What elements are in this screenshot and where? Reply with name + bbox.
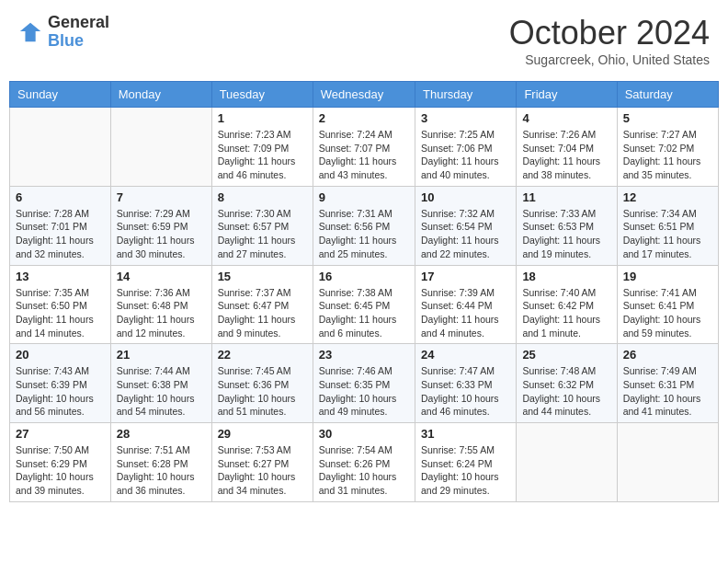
- calendar-cell: 5Sunrise: 7:27 AM Sunset: 7:02 PM Daylig…: [617, 108, 718, 187]
- day-number: 25: [522, 348, 610, 362]
- day-detail: Sunrise: 7:40 AM Sunset: 6:42 PM Dayligh…: [522, 286, 610, 340]
- calendar-cell: 9Sunrise: 7:31 AM Sunset: 6:56 PM Daylig…: [313, 186, 415, 265]
- day-number: 24: [421, 348, 510, 362]
- day-number: 21: [117, 348, 206, 362]
- calendar-cell: 27Sunrise: 7:50 AM Sunset: 6:29 PM Dayli…: [10, 423, 111, 502]
- day-detail: Sunrise: 7:29 AM Sunset: 6:59 PM Dayligh…: [117, 207, 206, 261]
- calendar-cell: 23Sunrise: 7:46 AM Sunset: 6:35 PM Dayli…: [313, 344, 415, 423]
- day-number: 19: [623, 270, 712, 283]
- day-detail: Sunrise: 7:47 AM Sunset: 6:33 PM Dayligh…: [421, 364, 510, 419]
- day-detail: Sunrise: 7:30 AM Sunset: 6:57 PM Dayligh…: [218, 207, 307, 261]
- calendar-cell: [517, 423, 617, 502]
- logo: General Blue: [18, 14, 109, 51]
- calendar-cell: 12Sunrise: 7:34 AM Sunset: 6:51 PM Dayli…: [617, 186, 718, 265]
- day-detail: Sunrise: 7:46 AM Sunset: 6:35 PM Dayligh…: [319, 364, 409, 419]
- calendar: SundayMondayTuesdayWednesdayThursdayFrid…: [9, 81, 719, 502]
- column-header-sunday: Sunday: [10, 82, 111, 108]
- calendar-cell: 10Sunrise: 7:32 AM Sunset: 6:54 PM Dayli…: [415, 186, 516, 265]
- calendar-week-1: 1Sunrise: 7:23 AM Sunset: 7:09 PM Daylig…: [10, 108, 719, 187]
- calendar-cell: 24Sunrise: 7:47 AM Sunset: 6:33 PM Dayli…: [415, 344, 516, 423]
- column-header-wednesday: Wednesday: [313, 82, 415, 108]
- logo-general: General: [48, 13, 109, 31]
- day-detail: Sunrise: 7:45 AM Sunset: 6:36 PM Dayligh…: [218, 364, 307, 419]
- calendar-cell: 8Sunrise: 7:30 AM Sunset: 6:57 PM Daylig…: [211, 186, 313, 265]
- day-number: 20: [16, 348, 105, 362]
- day-detail: Sunrise: 7:48 AM Sunset: 6:32 PM Dayligh…: [522, 364, 610, 419]
- column-header-saturday: Saturday: [617, 82, 718, 108]
- day-number: 7: [117, 190, 206, 204]
- column-header-friday: Friday: [517, 82, 617, 108]
- day-detail: Sunrise: 7:41 AM Sunset: 6:41 PM Dayligh…: [623, 286, 712, 340]
- day-detail: Sunrise: 7:31 AM Sunset: 6:56 PM Dayligh…: [319, 207, 409, 261]
- day-detail: Sunrise: 7:43 AM Sunset: 6:39 PM Dayligh…: [16, 364, 105, 419]
- calendar-cell: 31Sunrise: 7:55 AM Sunset: 6:24 PM Dayli…: [415, 423, 516, 502]
- day-number: 27: [16, 427, 105, 441]
- calendar-cell: 30Sunrise: 7:54 AM Sunset: 6:26 PM Dayli…: [313, 423, 415, 502]
- day-detail: Sunrise: 7:44 AM Sunset: 6:38 PM Dayligh…: [117, 364, 206, 419]
- day-number: 23: [319, 348, 409, 362]
- day-detail: Sunrise: 7:51 AM Sunset: 6:28 PM Dayligh…: [117, 443, 206, 498]
- day-number: 30: [319, 427, 409, 441]
- day-number: 8: [218, 190, 307, 204]
- calendar-cell: 2Sunrise: 7:24 AM Sunset: 7:07 PM Daylig…: [313, 108, 415, 187]
- day-number: 15: [218, 270, 307, 283]
- calendar-cell: 6Sunrise: 7:28 AM Sunset: 7:01 PM Daylig…: [10, 186, 111, 265]
- calendar-cell: 28Sunrise: 7:51 AM Sunset: 6:28 PM Dayli…: [110, 423, 211, 502]
- day-detail: Sunrise: 7:28 AM Sunset: 7:01 PM Dayligh…: [16, 207, 105, 261]
- day-number: 4: [522, 111, 610, 125]
- calendar-cell: 7Sunrise: 7:29 AM Sunset: 6:59 PM Daylig…: [110, 186, 211, 265]
- column-header-tuesday: Tuesday: [211, 82, 313, 108]
- calendar-week-5: 27Sunrise: 7:50 AM Sunset: 6:29 PM Dayli…: [10, 423, 719, 502]
- day-detail: Sunrise: 7:50 AM Sunset: 6:29 PM Dayligh…: [16, 443, 105, 498]
- day-number: 2: [319, 111, 409, 125]
- day-detail: Sunrise: 7:26 AM Sunset: 7:04 PM Dayligh…: [522, 128, 610, 182]
- day-number: 28: [117, 427, 206, 441]
- day-detail: Sunrise: 7:39 AM Sunset: 6:44 PM Dayligh…: [421, 286, 510, 340]
- day-number: 9: [319, 190, 409, 204]
- day-number: 5: [623, 111, 712, 125]
- calendar-cell: 1Sunrise: 7:23 AM Sunset: 7:09 PM Daylig…: [211, 108, 313, 187]
- calendar-cell: 17Sunrise: 7:39 AM Sunset: 6:44 PM Dayli…: [415, 265, 516, 344]
- calendar-cell: [110, 108, 211, 187]
- day-number: 1: [218, 111, 307, 125]
- day-detail: Sunrise: 7:38 AM Sunset: 6:45 PM Dayligh…: [319, 286, 409, 340]
- day-number: 31: [421, 427, 510, 441]
- calendar-cell: 29Sunrise: 7:53 AM Sunset: 6:27 PM Dayli…: [211, 423, 313, 502]
- month-title: October 2024: [509, 14, 710, 52]
- day-detail: Sunrise: 7:55 AM Sunset: 6:24 PM Dayligh…: [421, 443, 510, 498]
- calendar-cell: [617, 423, 718, 502]
- calendar-week-2: 6Sunrise: 7:28 AM Sunset: 7:01 PM Daylig…: [10, 186, 719, 265]
- day-number: 14: [117, 270, 206, 283]
- day-detail: Sunrise: 7:25 AM Sunset: 7:06 PM Dayligh…: [421, 128, 510, 182]
- day-number: 26: [623, 348, 712, 362]
- calendar-cell: 16Sunrise: 7:38 AM Sunset: 6:45 PM Dayli…: [313, 265, 415, 344]
- page-header: General Blue October 2024 Sugarcreek, Oh…: [9, 9, 719, 72]
- calendar-cell: 11Sunrise: 7:33 AM Sunset: 6:53 PM Dayli…: [517, 186, 617, 265]
- day-detail: Sunrise: 7:37 AM Sunset: 6:47 PM Dayligh…: [218, 286, 307, 340]
- calendar-week-4: 20Sunrise: 7:43 AM Sunset: 6:39 PM Dayli…: [10, 344, 719, 423]
- day-detail: Sunrise: 7:36 AM Sunset: 6:48 PM Dayligh…: [117, 286, 206, 340]
- day-detail: Sunrise: 7:35 AM Sunset: 6:50 PM Dayligh…: [16, 286, 105, 340]
- svg-marker-0: [20, 23, 40, 42]
- day-detail: Sunrise: 7:49 AM Sunset: 6:31 PM Dayligh…: [623, 364, 712, 419]
- column-header-monday: Monday: [110, 82, 211, 108]
- day-number: 10: [421, 190, 510, 204]
- day-detail: Sunrise: 7:33 AM Sunset: 6:53 PM Dayligh…: [522, 207, 610, 261]
- day-number: 6: [16, 190, 105, 204]
- day-detail: Sunrise: 7:32 AM Sunset: 6:54 PM Dayligh…: [421, 207, 510, 261]
- day-detail: Sunrise: 7:24 AM Sunset: 7:07 PM Dayligh…: [319, 128, 409, 182]
- day-detail: Sunrise: 7:54 AM Sunset: 6:26 PM Dayligh…: [319, 443, 409, 498]
- day-detail: Sunrise: 7:34 AM Sunset: 6:51 PM Dayligh…: [623, 207, 712, 261]
- calendar-cell: 20Sunrise: 7:43 AM Sunset: 6:39 PM Dayli…: [10, 344, 111, 423]
- day-detail: Sunrise: 7:23 AM Sunset: 7:09 PM Dayligh…: [218, 128, 307, 182]
- calendar-cell: 19Sunrise: 7:41 AM Sunset: 6:41 PM Dayli…: [617, 265, 718, 344]
- calendar-cell: 3Sunrise: 7:25 AM Sunset: 7:06 PM Daylig…: [415, 108, 516, 187]
- day-detail: Sunrise: 7:53 AM Sunset: 6:27 PM Dayligh…: [218, 443, 307, 498]
- calendar-cell: 4Sunrise: 7:26 AM Sunset: 7:04 PM Daylig…: [517, 108, 617, 187]
- calendar-week-3: 13Sunrise: 7:35 AM Sunset: 6:50 PM Dayli…: [10, 265, 719, 344]
- day-number: 22: [218, 348, 307, 362]
- calendar-cell: 26Sunrise: 7:49 AM Sunset: 6:31 PM Dayli…: [617, 344, 718, 423]
- calendar-cell: [10, 108, 111, 187]
- day-number: 29: [218, 427, 307, 441]
- title-area: October 2024 Sugarcreek, Ohio, United St…: [509, 14, 710, 67]
